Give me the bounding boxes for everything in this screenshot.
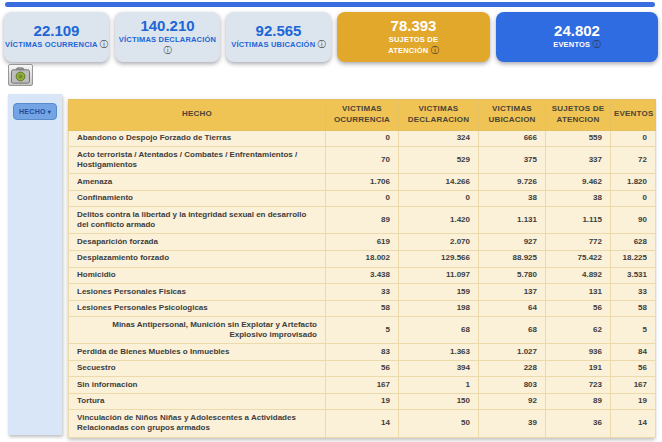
value-cell: 68 bbox=[479, 317, 546, 344]
value-cell: 70 bbox=[326, 147, 399, 174]
hecho-cell: Acto terrorista / Atentados / Combates /… bbox=[69, 147, 326, 174]
value-cell: 394 bbox=[399, 360, 479, 377]
value-cell: 559 bbox=[546, 130, 611, 147]
hecho-cell: Desplazamiento forzado bbox=[69, 250, 326, 267]
table-row[interactable]: Acto terrorista / Atentados / Combates /… bbox=[69, 147, 656, 174]
info-icon[interactable]: ⓘ bbox=[318, 40, 326, 49]
value-cell: 936 bbox=[546, 344, 611, 361]
table-row[interactable]: Vinculación de Niños Niñas y Adolescente… bbox=[69, 410, 656, 437]
value-cell: 1.131 bbox=[479, 207, 546, 234]
value-cell: 337 bbox=[546, 147, 611, 174]
table-row[interactable]: Confinamiento0038380 bbox=[69, 190, 656, 207]
value-cell: 191 bbox=[546, 360, 611, 377]
stat-card-5[interactable]: 24.802 EVENTOS ⓘ bbox=[496, 12, 658, 62]
table-row[interactable]: Secuestro5639422819156 bbox=[69, 360, 656, 377]
info-icon[interactable]: ⓘ bbox=[163, 46, 171, 55]
table-row[interactable]: Tortura19150928919 bbox=[69, 393, 656, 410]
table-row[interactable]: Minas Antipersonal, Munición sin Explota… bbox=[69, 317, 656, 344]
value-cell: 628 bbox=[611, 234, 656, 251]
value-cell: 14 bbox=[611, 410, 656, 437]
value-cell: 666 bbox=[479, 130, 546, 147]
value-cell: 129.566 bbox=[399, 250, 479, 267]
value-cell: 38 bbox=[546, 190, 611, 207]
hecho-cell: Minas Antipersonal, Munición sin Explota… bbox=[69, 317, 326, 344]
value-cell: 198 bbox=[399, 300, 479, 317]
column-header: VICTIMAS OCURRENCIA bbox=[326, 100, 399, 131]
hecho-cell: Amenaza bbox=[69, 174, 326, 191]
stat-value: 78.393 bbox=[391, 18, 437, 34]
hecho-cell: Lesiones Personales Psicologicas bbox=[69, 300, 326, 317]
stat-value: 140.210 bbox=[140, 18, 194, 34]
table-row[interactable]: Sin informacion1671803723167 bbox=[69, 377, 656, 394]
column-header: HECHO bbox=[69, 100, 326, 131]
value-cell: 1.820 bbox=[611, 174, 656, 191]
value-cell: 90 bbox=[611, 207, 656, 234]
value-cell: 56 bbox=[326, 360, 399, 377]
hecho-filter-dropdown[interactable]: HECHO ▾ bbox=[13, 103, 57, 120]
value-cell: 927 bbox=[479, 234, 546, 251]
value-cell: 619 bbox=[326, 234, 399, 251]
hecho-cell: Confinamiento bbox=[69, 190, 326, 207]
value-cell: 11.097 bbox=[399, 267, 479, 284]
value-cell: 56 bbox=[611, 360, 656, 377]
column-header: VICTIMAS DECLARACION bbox=[399, 100, 479, 131]
value-cell: 38 bbox=[479, 190, 546, 207]
table-row[interactable]: Amenaza1.70614.2669.7269.4621.820 bbox=[69, 174, 656, 191]
stat-card-1[interactable]: 22.109 VÍCTIMAS OCURRENCIA ⓘ bbox=[4, 12, 109, 62]
value-cell: 167 bbox=[611, 377, 656, 394]
hechos-table-container: HECHOVICTIMAS OCURRENCIAVICTIMAS DECLARA… bbox=[68, 99, 655, 438]
value-cell: 5 bbox=[611, 317, 656, 344]
column-header: SUJETOS DE ATENCION bbox=[546, 100, 611, 131]
value-cell: 5.780 bbox=[479, 267, 546, 284]
value-cell: 4.892 bbox=[546, 267, 611, 284]
info-icon[interactable]: ⓘ bbox=[593, 40, 601, 49]
table-row[interactable]: Perdida de Bienes Muebles o Inmuebles831… bbox=[69, 344, 656, 361]
hecho-cell: Tortura bbox=[69, 393, 326, 410]
table-row[interactable]: Delitos contra la libertad y la integrid… bbox=[69, 207, 656, 234]
value-cell: 1.115 bbox=[546, 207, 611, 234]
value-cell: 1.363 bbox=[399, 344, 479, 361]
value-cell: 68 bbox=[399, 317, 479, 344]
hecho-filter-label: HECHO bbox=[19, 108, 46, 115]
info-icon[interactable]: ⓘ bbox=[100, 40, 108, 49]
value-cell: 50 bbox=[399, 410, 479, 437]
value-cell: 1.706 bbox=[326, 174, 399, 191]
table-header-row: HECHOVICTIMAS OCURRENCIAVICTIMAS DECLARA… bbox=[69, 100, 656, 131]
value-cell: 84 bbox=[611, 344, 656, 361]
value-cell: 228 bbox=[479, 360, 546, 377]
stat-card-2[interactable]: 140.210 VÍCTIMAS DECLARACIÓN ⓘ bbox=[115, 12, 220, 62]
table-row[interactable]: Desaparición forzada6192.070927772628 bbox=[69, 234, 656, 251]
value-cell: 772 bbox=[546, 234, 611, 251]
stat-card-4[interactable]: 78.393 SUJETOS DE ATENCIÓN ⓘ bbox=[337, 12, 490, 62]
hecho-cell: Secuestro bbox=[69, 360, 326, 377]
screenshot-camera-button[interactable] bbox=[8, 64, 33, 86]
value-cell: 14.266 bbox=[399, 174, 479, 191]
filter-panel: HECHO ▾ bbox=[8, 94, 62, 435]
hecho-cell: Delitos contra la libertad y la integrid… bbox=[69, 207, 326, 234]
chevron-down-icon: ▾ bbox=[48, 108, 51, 115]
stat-value: 92.565 bbox=[256, 23, 302, 39]
value-cell: 58 bbox=[326, 300, 399, 317]
value-cell: 131 bbox=[546, 284, 611, 301]
hechos-table: HECHOVICTIMAS OCURRENCIAVICTIMAS DECLARA… bbox=[68, 99, 656, 438]
column-header: EVENTOS bbox=[611, 100, 656, 131]
table-row[interactable]: Homicidio3.43811.0975.7804.8923.531 bbox=[69, 267, 656, 284]
info-icon[interactable]: ⓘ bbox=[431, 46, 439, 55]
value-cell: 19 bbox=[611, 393, 656, 410]
table-row[interactable]: Lesiones Personales Fisicas3315913713133 bbox=[69, 284, 656, 301]
stat-label: EVENTOS ⓘ bbox=[553, 40, 601, 51]
table-row[interactable]: Abandono o Despojo Forzado de Tierras032… bbox=[69, 130, 656, 147]
value-cell: 62 bbox=[546, 317, 611, 344]
value-cell: 0 bbox=[326, 190, 399, 207]
stat-value: 24.802 bbox=[554, 23, 600, 39]
stat-label: VÍCTIMAS UBICACIÓN ⓘ bbox=[231, 40, 326, 51]
stat-label: VÍCTIMAS DECLARACIÓN ⓘ bbox=[115, 35, 220, 56]
value-cell: 0 bbox=[611, 130, 656, 147]
stat-card-3[interactable]: 92.565 VÍCTIMAS UBICACIÓN ⓘ bbox=[226, 12, 331, 62]
table-row[interactable]: Lesiones Personales Psicologicas58198645… bbox=[69, 300, 656, 317]
hecho-cell: Homicidio bbox=[69, 267, 326, 284]
value-cell: 9.726 bbox=[479, 174, 546, 191]
stat-value: 22.109 bbox=[34, 23, 80, 39]
table-row[interactable]: Desplazamiento forzado18.002129.56688.92… bbox=[69, 250, 656, 267]
stat-label: VÍCTIMAS OCURRENCIA ⓘ bbox=[5, 40, 108, 51]
